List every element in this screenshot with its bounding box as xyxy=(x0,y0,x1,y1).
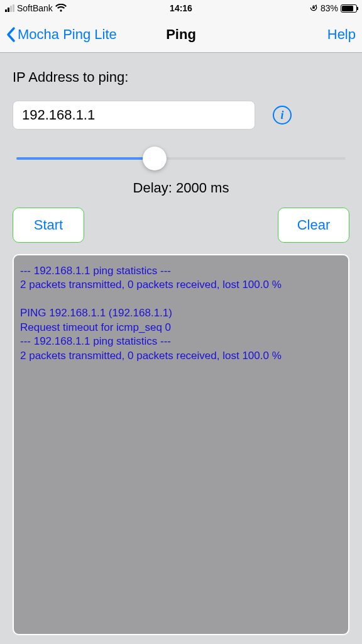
status-time: 14:16 xyxy=(170,3,192,13)
nav-bar: Mocha Ping Lite Ping Help xyxy=(0,16,362,53)
button-row: Start Clear xyxy=(13,208,349,243)
slider-fill xyxy=(16,157,155,160)
delay-slider[interactable] xyxy=(16,146,346,171)
clear-button[interactable]: Clear xyxy=(278,208,349,243)
back-label: Mocha Ping Lite xyxy=(18,26,117,43)
back-button[interactable]: Mocha Ping Lite xyxy=(6,26,117,43)
svg-rect-0 xyxy=(312,6,315,8)
wifi-icon xyxy=(55,4,67,13)
orientation-lock-icon xyxy=(309,3,318,14)
ip-heading-label: IP Address to ping: xyxy=(13,69,349,86)
battery-percent: 83% xyxy=(321,3,338,13)
info-button[interactable]: i xyxy=(273,106,292,125)
info-icon: i xyxy=(280,109,283,122)
help-button[interactable]: Help xyxy=(327,26,356,43)
cellular-signal-icon xyxy=(5,4,14,12)
ip-input-row: i xyxy=(13,101,349,130)
page-title: Ping xyxy=(166,26,196,43)
slider-thumb[interactable] xyxy=(143,147,167,170)
battery-icon xyxy=(341,4,357,13)
start-button[interactable]: Start xyxy=(13,208,84,243)
status-left: SoftBank xyxy=(5,3,67,13)
content-area: IP Address to ping: i Delay: 2000 ms Sta… xyxy=(0,53,362,644)
delay-label: Delay: 2000 ms xyxy=(13,180,349,196)
carrier-label: SoftBank xyxy=(17,3,53,13)
status-right: 83% xyxy=(309,3,357,14)
battery-fill xyxy=(342,6,353,11)
ip-address-input[interactable] xyxy=(13,101,255,130)
ping-output[interactable]: --- 192.168.1.1 ping statistics --- 2 pa… xyxy=(13,254,349,635)
chevron-left-icon xyxy=(6,26,16,43)
status-bar: SoftBank 14:16 83% xyxy=(0,0,362,16)
